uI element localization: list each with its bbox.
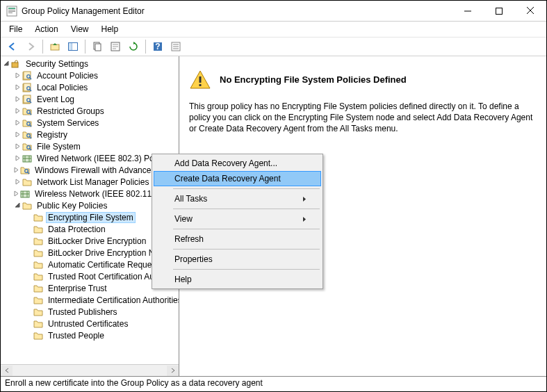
context-menu-item[interactable]: Add Data Recovery Agent... — [154, 156, 321, 171]
tree-child-label[interactable]: Data Protection — [46, 224, 108, 234]
folder-icon — [33, 212, 44, 223]
show-hide-tree-button[interactable] — [65, 38, 81, 55]
context-menu-item[interactable]: Properties — [154, 252, 321, 267]
menu-action[interactable]: Action — [29, 23, 63, 35]
tree-item-label[interactable]: Registry — [35, 130, 70, 140]
help-toolbar-button[interactable]: ? — [149, 38, 166, 55]
warning-icon — [189, 69, 211, 91]
expand-icon[interactable] — [13, 131, 22, 138]
folder-icon — [22, 153, 33, 164]
submenu-arrow-icon — [302, 196, 307, 202]
svg-rect-9 — [51, 44, 59, 50]
menu-file[interactable]: File — [3, 23, 28, 35]
folder-icon — [22, 177, 33, 188]
folder-icon — [22, 200, 33, 211]
context-menu: Add Data Recovery Agent...Create Data Re… — [152, 154, 323, 289]
tree-item-label[interactable]: Restricted Groups — [35, 106, 106, 116]
maximize-button[interactable] — [483, 1, 514, 21]
toolbar: ? — [1, 37, 546, 56]
close-button[interactable] — [514, 1, 546, 21]
minimize-button[interactable] — [452, 1, 483, 21]
tree-child-label[interactable]: Untrusted Certificates — [46, 319, 130, 329]
properties-toolbar-button[interactable] — [107, 38, 124, 55]
menu-separator — [173, 188, 320, 189]
context-menu-item[interactable]: Help — [154, 272, 321, 287]
copy-button[interactable] — [89, 38, 106, 55]
menu-view[interactable]: View — [65, 23, 95, 35]
refresh-toolbar-button[interactable] — [125, 38, 142, 55]
statusbar: Enroll a new certificate into the Group … — [1, 377, 546, 391]
gp-editor-window: Group Policy Management Editor File Acti… — [0, 0, 547, 392]
horizontal-scrollbar[interactable] — [1, 364, 179, 376]
context-menu-item[interactable]: Refresh — [154, 231, 321, 247]
folder-icon — [33, 224, 44, 235]
tree-item-label[interactable]: File System — [35, 142, 83, 152]
context-menu-item[interactable]: Create Data Recovery Agent — [154, 171, 321, 186]
tree-child-label[interactable]: Encrypting File System — [46, 212, 136, 223]
tree-root-label[interactable]: Security Settings — [24, 59, 90, 69]
expand-icon[interactable] — [13, 143, 22, 149]
svg-rect-3 — [8, 11, 15, 12]
context-menu-label: Refresh — [174, 234, 204, 244]
expand-icon[interactable] — [13, 179, 22, 185]
context-menu-label: Help — [174, 275, 192, 284]
tree-item-label[interactable]: Network List Manager Policies — [35, 177, 151, 187]
svg-rect-6 — [496, 8, 502, 14]
expand-icon[interactable] — [13, 155, 22, 161]
svg-rect-4 — [8, 13, 13, 13]
expand-icon[interactable] — [13, 167, 19, 173]
tree-child-label[interactable]: Trusted People — [46, 331, 106, 341]
folder-icon — [22, 141, 33, 152]
folder-icon — [22, 94, 33, 105]
tree-child-label[interactable]: Enterprise Trust — [46, 284, 109, 293]
toolbar-separator — [85, 40, 85, 54]
tree-child-label[interactable]: Trusted Publishers — [46, 307, 120, 317]
expand-icon[interactable] — [13, 108, 22, 114]
up-folder-button[interactable] — [47, 38, 63, 55]
scroll-right-arrow[interactable] — [167, 366, 179, 376]
folder-icon — [19, 165, 31, 176]
folder-icon — [22, 129, 33, 140]
toolbar-separator — [42, 40, 43, 54]
tree-child-label[interactable]: Intermediate Certification Authorities — [46, 295, 179, 305]
tree-item-label[interactable]: Event Log — [35, 95, 76, 104]
folder-icon — [33, 259, 44, 270]
context-menu-label: View — [174, 214, 193, 224]
scroll-left-arrow[interactable] — [1, 366, 13, 376]
svg-rect-14 — [95, 44, 101, 51]
tree-item-label[interactable]: Account Policies — [35, 71, 100, 81]
expand-icon[interactable] — [13, 96, 22, 102]
svg-rect-2 — [8, 10, 15, 10]
context-menu-label: All Tasks — [174, 194, 207, 204]
menubar: File Action View Help — [1, 22, 546, 37]
app-icon — [6, 6, 17, 17]
tree-item-label[interactable]: Local Policies — [35, 83, 90, 92]
folder-icon — [19, 188, 31, 199]
context-menu-item[interactable]: All Tasks — [154, 191, 321, 206]
tree-child-label[interactable]: BitLocker Drive Encryption — [46, 236, 148, 246]
expand-icon[interactable] — [13, 84, 22, 90]
tree-item-label[interactable]: Public Key Policies — [35, 201, 109, 211]
window-title: Group Policy Management Editor — [22, 6, 452, 16]
folder-icon — [22, 106, 33, 117]
folder-icon — [33, 236, 44, 247]
expand-icon[interactable] — [13, 72, 22, 79]
svg-rect-49 — [199, 84, 202, 86]
titlebar: Group Policy Management Editor — [1, 1, 546, 22]
folder-icon — [33, 247, 44, 259]
window-controls — [452, 1, 546, 21]
expand-icon[interactable] — [13, 190, 19, 197]
expand-icon[interactable] — [13, 120, 22, 126]
tree-item-label[interactable]: System Services — [35, 118, 101, 128]
security-icon — [10, 58, 22, 70]
export-list-button[interactable] — [168, 38, 184, 55]
toolbar-separator — [145, 40, 146, 54]
expand-icon[interactable] — [2, 60, 10, 67]
expand-icon[interactable] — [13, 202, 22, 209]
svg-rect-1 — [8, 8, 15, 9]
back-button[interactable] — [4, 38, 21, 55]
menu-help[interactable]: Help — [96, 23, 124, 35]
forward-button[interactable] — [22, 38, 39, 55]
detail-heading: No Encrypting File System Policies Defin… — [220, 74, 407, 85]
context-menu-item[interactable]: View — [154, 211, 321, 227]
